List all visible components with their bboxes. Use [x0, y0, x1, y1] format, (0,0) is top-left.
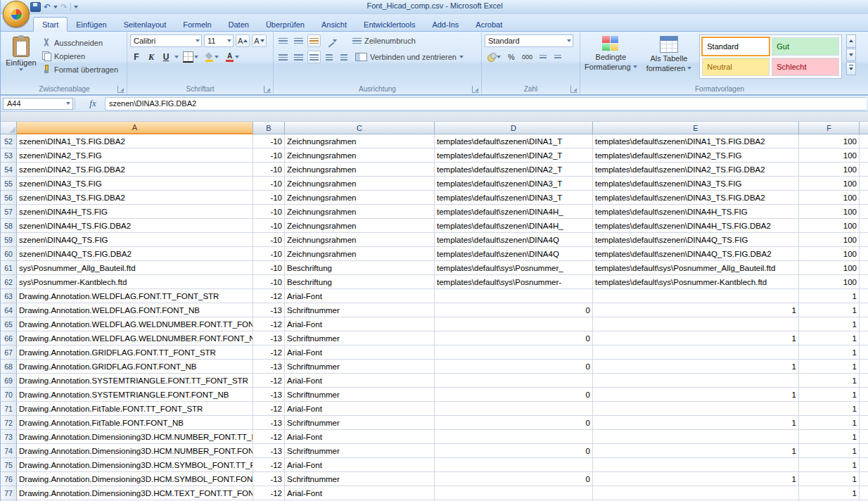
- cell[interactable]: [435, 402, 593, 416]
- cell[interactable]: [860, 261, 868, 275]
- row-header-55[interactable]: 55: [1, 177, 17, 191]
- cell[interactable]: templates\default\sys\Posnummer_: [435, 261, 593, 275]
- cell[interactable]: Zeichnungsrahmen: [285, 247, 435, 261]
- borders-button[interactable]: [181, 51, 200, 63]
- tab-add-ins[interactable]: Add-Ins: [423, 18, 467, 31]
- cell[interactable]: [860, 430, 868, 444]
- cell[interactable]: szenen\DINA3_TS.FIG: [17, 177, 253, 191]
- cell[interactable]: [435, 374, 593, 388]
- cell[interactable]: [860, 148, 868, 163]
- copy-button[interactable]: Kopieren: [40, 51, 120, 61]
- cell[interactable]: [593, 289, 799, 303]
- cell[interactable]: -10: [253, 148, 285, 163]
- cell[interactable]: 0: [435, 472, 593, 486]
- row-header-72[interactable]: 72: [1, 416, 17, 430]
- cell[interactable]: szenen\DINA1_TS.FIG.DBA2: [17, 134, 253, 148]
- cell[interactable]: [860, 233, 868, 247]
- cell[interactable]: 1: [593, 416, 799, 430]
- row-header-58[interactable]: 58: [1, 219, 17, 233]
- row-header-66[interactable]: 66: [1, 331, 17, 345]
- cell[interactable]: -12: [253, 289, 285, 303]
- orientation-button[interactable]: [323, 34, 339, 47]
- gallery-more-button[interactable]: [846, 62, 856, 75]
- cell-style-neutral[interactable]: Neutral: [702, 58, 770, 76]
- row-header-52[interactable]: 52: [1, 134, 17, 148]
- row-header-57[interactable]: 57: [1, 205, 17, 219]
- dialog-launcher-icon[interactable]: [117, 86, 125, 93]
- cell[interactable]: templates\default\szenen\DINA4Q: [435, 233, 593, 247]
- cell[interactable]: Drawing.Annotation.GRIDFLAG.FONT.FONT_NB: [17, 360, 253, 374]
- cell[interactable]: Arial-Font: [285, 430, 435, 444]
- cell[interactable]: 1: [799, 289, 860, 303]
- cell[interactable]: Zeichnungsrahmen: [285, 134, 435, 148]
- cell[interactable]: -12: [253, 402, 285, 416]
- align-bottom-button[interactable]: [307, 34, 321, 47]
- cell[interactable]: templates\default\szenen\DINA4H_: [435, 219, 593, 233]
- cell[interactable]: -12: [253, 374, 285, 388]
- tab-ansicht[interactable]: Ansicht: [313, 18, 355, 31]
- cell[interactable]: templates\default\szenen\DINA4H_TS.FIG.D…: [593, 219, 799, 233]
- cell[interactable]: templates\default\szenen\DINA3_T: [435, 177, 593, 191]
- cell[interactable]: 0: [435, 416, 593, 430]
- cell[interactable]: [860, 247, 868, 261]
- cell[interactable]: Zeichnungsrahmen: [285, 191, 435, 205]
- cell[interactable]: 0: [435, 388, 593, 402]
- cell[interactable]: szenen\DINA2_TS.FIG: [17, 148, 253, 163]
- cell[interactable]: Drawing.Annotation.SYSTEMTRIANGLE.FONT.T…: [17, 374, 253, 388]
- cell[interactable]: Arial-Font: [285, 458, 435, 472]
- cell[interactable]: 1: [593, 303, 799, 317]
- cell[interactable]: Schriftnummer: [285, 472, 435, 486]
- cell[interactable]: [593, 345, 799, 360]
- cell[interactable]: Schriftnummer: [285, 444, 435, 458]
- cell[interactable]: templates\default\szenen\DINA3_TS.FIG: [593, 177, 799, 191]
- cell[interactable]: 1: [799, 303, 860, 317]
- italic-button[interactable]: K: [145, 51, 158, 63]
- row-header-74[interactable]: 74: [1, 444, 17, 458]
- decrease-decimal-button[interactable]: [551, 51, 564, 63]
- align-left-button[interactable]: [276, 51, 290, 63]
- cell[interactable]: 100: [799, 148, 860, 163]
- cell[interactable]: templates\default\szenen\DINA2_T: [435, 148, 593, 163]
- cell[interactable]: Arial-Font: [285, 345, 435, 360]
- cell[interactable]: [860, 317, 868, 331]
- cell[interactable]: [593, 458, 799, 472]
- number-format-combobox[interactable]: Standard: [485, 34, 573, 47]
- cell[interactable]: [860, 416, 868, 430]
- cell[interactable]: [860, 163, 868, 177]
- cell[interactable]: [860, 402, 868, 416]
- cell[interactable]: -10: [253, 191, 285, 205]
- cell[interactable]: 100: [799, 191, 860, 205]
- cell[interactable]: sys\Posnummer-Kantblech.ftd: [17, 275, 253, 289]
- cell[interactable]: [860, 177, 868, 191]
- cell[interactable]: 100: [799, 205, 860, 219]
- cell[interactable]: 100: [799, 261, 860, 275]
- cell[interactable]: -10: [253, 275, 285, 289]
- cell[interactable]: Drawing.Annotation.Dimensioning3D.HCM.SY…: [17, 472, 253, 486]
- tab-berpr-fen[interactable]: Überprüfen: [257, 18, 313, 31]
- cell[interactable]: 0: [435, 303, 593, 317]
- font-family-combobox[interactable]: Calibri: [130, 34, 202, 47]
- cell[interactable]: [860, 289, 868, 303]
- cell[interactable]: 100: [799, 219, 860, 233]
- cell[interactable]: 0: [435, 360, 593, 374]
- cell[interactable]: -13: [253, 444, 285, 458]
- cell[interactable]: templates\default\sys\Posnummer_Allg_Bau…: [593, 261, 799, 275]
- cell[interactable]: 1: [799, 430, 860, 444]
- undo-dropdown-icon[interactable]: [53, 6, 58, 8]
- row-header-70[interactable]: 70: [1, 388, 17, 402]
- conditional-formatting-button[interactable]: Bedingte Formatierung: [583, 34, 639, 71]
- decrease-font-button[interactable]: A: [252, 34, 266, 47]
- cell[interactable]: -13: [253, 388, 285, 402]
- cell[interactable]: [860, 444, 868, 458]
- cell[interactable]: [435, 430, 593, 444]
- cell[interactable]: -13: [253, 331, 285, 345]
- cell[interactable]: 100: [799, 163, 860, 177]
- cell[interactable]: [593, 374, 799, 388]
- cell[interactable]: Zeichnungsrahmen: [285, 205, 435, 219]
- cell[interactable]: 1: [799, 416, 860, 430]
- cell[interactable]: szenen\DINA4Q_TS.FIG.DBA2: [17, 247, 253, 261]
- cell[interactable]: Drawing.Annotation.Dimensioning3D.HCM.NU…: [17, 444, 253, 458]
- row-header-60[interactable]: 60: [1, 247, 17, 261]
- cell[interactable]: 1: [593, 331, 799, 345]
- cell[interactable]: -12: [253, 317, 285, 331]
